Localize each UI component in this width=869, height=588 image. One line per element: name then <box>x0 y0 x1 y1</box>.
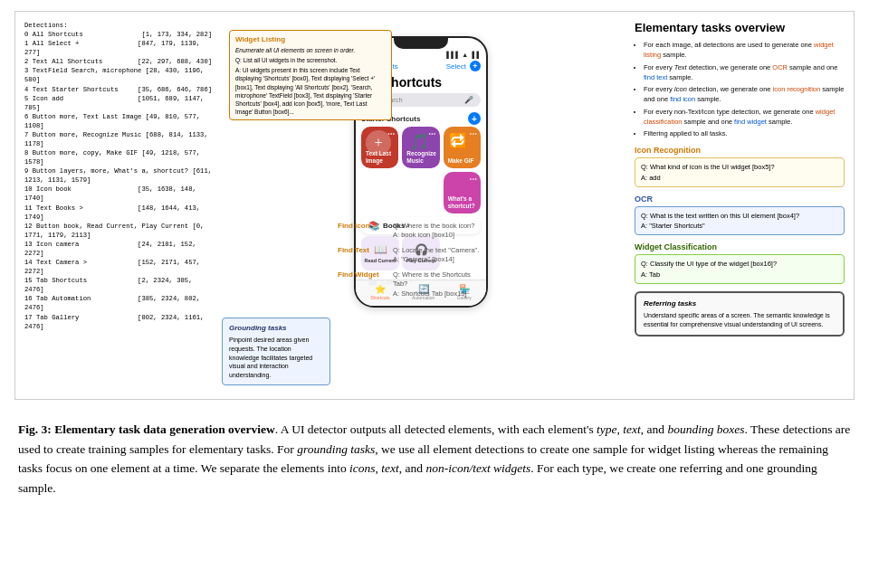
icon-recognition-section: Icon Recognition Q: What kind of icon is… <box>635 146 845 187</box>
find-icon-q: Q: Where is the book icon? <box>393 222 474 232</box>
referring-tasks-title: Referring tasks <box>644 299 836 308</box>
referring-tasks-box: Referring tasks Understand specific area… <box>635 291 845 337</box>
bullet-5: Filtering applied to all tasks. <box>644 128 845 138</box>
main-container: Detections: 0 All Shortcuts [1, 173, 334… <box>0 0 869 512</box>
item-label-3: Make GIF <box>448 157 474 165</box>
item-label-4: What's a shortcut? <box>448 195 476 210</box>
bullet-4-find: find widget <box>734 118 767 126</box>
icon-recognition-a: A: add <box>641 173 838 183</box>
widget-classification-section: Widget Classification Q: Classify the UI… <box>635 242 845 284</box>
battery-icon: ▐▐ <box>470 52 479 58</box>
find-rows: Find Icon Q: Where is the book icon? A: … <box>338 222 482 305</box>
add-shortcut-button[interactable]: + <box>468 112 481 125</box>
find-icon-qa: Q: Where is the book icon? A: book icon … <box>393 222 474 241</box>
phone-notch <box>394 38 448 49</box>
widget-classification-a: A: Tab <box>641 270 838 280</box>
find-icon-a: A: book icon [box10] <box>393 231 474 241</box>
find-text-label: Find Text <box>338 246 387 254</box>
icon-recognition-qa: Q: What kind of icon is the UI widget [b… <box>635 157 845 187</box>
phone-nav-select[interactable]: Select <box>446 62 466 71</box>
ocr-qa: Q: What is the text written on this UI e… <box>635 206 845 236</box>
find-widget-qa: Q: Where is the Shortcuts Tab? A: Shortc… <box>393 270 482 299</box>
bullet-1-highlight: widget listing <box>644 41 834 59</box>
bullet-3-find: find icon <box>670 95 695 103</box>
caption-title: Elementary task data generation overview <box>54 422 275 436</box>
grid-item-recognize-music[interactable]: ••• 🎵 Recognize Music <box>402 127 439 168</box>
ocr-section: OCR Q: What is the text written on this … <box>635 194 845 236</box>
fig-label: Fig. 3: <box>18 422 52 436</box>
item-label-2: Recognize Music <box>406 150 436 165</box>
grounding-tasks-desc: Pinpoint desired areas given requests. T… <box>229 336 323 380</box>
more-dots-4: ••• <box>470 175 477 184</box>
widget-listing-a: A: UI widgets present in this screen inc… <box>235 66 386 116</box>
find-widget-q: Q: Where is the Shortcuts Tab? <box>393 270 482 289</box>
right-panel: Elementary tasks overview For each image… <box>627 21 845 390</box>
detections-title: Detections: <box>24 21 215 30</box>
find-text-a: A: "Camera" [box14] <box>393 255 479 265</box>
more-dots-2: ••• <box>428 130 435 138</box>
find-icon-row: Find Icon Q: Where is the book icon? A: … <box>338 222 482 241</box>
find-widget-row: Find Widget Q: Where is the Shortcuts Ta… <box>338 270 482 299</box>
signal-icon: ▌▌▌ <box>446 52 460 58</box>
widget-classification-qa: Q: Classify the UI type of the widget [b… <box>635 254 845 284</box>
wifi-icon: ▲ <box>462 52 468 58</box>
find-text-q: Q: Locate the text "Camera". <box>393 246 479 256</box>
bullet-2: For every Text detection, we generate on… <box>644 62 845 83</box>
bullet-2-ocr: OCR <box>772 63 788 71</box>
detections-list: 0 All Shortcuts [1, 173, 334, 282] 1 All… <box>24 30 215 331</box>
bullet-4: For every non-Text/Icon type detection, … <box>644 107 845 128</box>
find-text-qa: Q: Locate the text "Camera". A: "Camera"… <box>393 246 479 265</box>
bullet-1: For each image, all detections are used … <box>644 40 845 61</box>
grounding-tasks-annotation: Grounding tasks Pinpoint desired areas g… <box>222 318 330 385</box>
widget-listing-annotation: Widget Listing Enumerate all UI elements… <box>229 30 392 120</box>
overview-bullets: For each image, all detections are used … <box>635 40 845 138</box>
caption-area: Fig. 3: Elementary task data generation … <box>14 411 855 501</box>
phone-nav-plus[interactable]: + <box>470 61 481 71</box>
find-text-row: Find Text Q: Locate the text "Camera". A… <box>338 246 482 265</box>
widget-classification-title: Widget Classification <box>635 242 845 251</box>
overview-title: Elementary tasks overview <box>635 21 845 34</box>
grounding-tasks-title: Grounding tasks <box>229 323 323 333</box>
more-dots-1: ••• <box>387 130 395 138</box>
widget-classification-q: Q: Classify the UI type of the widget [b… <box>641 259 838 269</box>
bullet-3-icon: icon recognition <box>773 85 821 93</box>
find-icon-label: Find Icon <box>338 222 387 230</box>
ocr-title: OCR <box>635 194 845 204</box>
figure-area: Detections: 0 All Shortcuts [1, 173, 334… <box>14 11 855 400</box>
more-dots-3: ••• <box>470 130 477 138</box>
phone-nav-right: Select + <box>446 61 481 71</box>
bullet-3: For every Icon detection, we generate on… <box>644 84 845 105</box>
widget-listing-subtitle: Enumerate all UI elements on screen in o… <box>235 46 386 54</box>
grid-item-make-gif[interactable]: ••• 🔁 Make GIF <box>444 127 481 168</box>
mic-icon: 🎤 <box>464 96 473 104</box>
icon-recognition-title: Icon Recognition <box>635 146 845 155</box>
phone-shortcuts-grid: + ••• Text Last Image ••• 🎵 Recognize Mu… <box>356 127 486 213</box>
ocr-q: Q: What is the text written on this UI e… <box>641 211 838 221</box>
grid-item-text-last-image[interactable]: + ••• Text Last Image <box>361 127 398 168</box>
ocr-a: A: "Starter Shortcuts" <box>641 221 838 231</box>
widget-listing-q: Q: List all UI widgets in the screenshot… <box>235 56 386 64</box>
referring-tasks-desc: Understand specific areas of a screen. T… <box>644 311 836 329</box>
find-widget-a: A: Shortcuts Tab [box15] <box>393 289 482 299</box>
phone-status-icons: ▌▌▌ ▲ ▐▐ <box>446 52 479 58</box>
find-widget-label: Find Widget <box>338 270 387 279</box>
icon-recognition-q: Q: What kind of icon is the UI widget [b… <box>641 162 838 172</box>
widget-listing-title: Widget Listing <box>235 34 386 44</box>
grid-item-whats-shortcut[interactable]: ••• What's a shortcut? <box>444 172 481 213</box>
middle-section: 7:36 ▌▌▌ ▲ ▐▐ < Shortcuts Select + <box>222 21 620 390</box>
detections-panel: Detections: 0 All Shortcuts [1, 173, 334… <box>24 21 215 390</box>
bullet-2-find: find text <box>644 73 667 81</box>
